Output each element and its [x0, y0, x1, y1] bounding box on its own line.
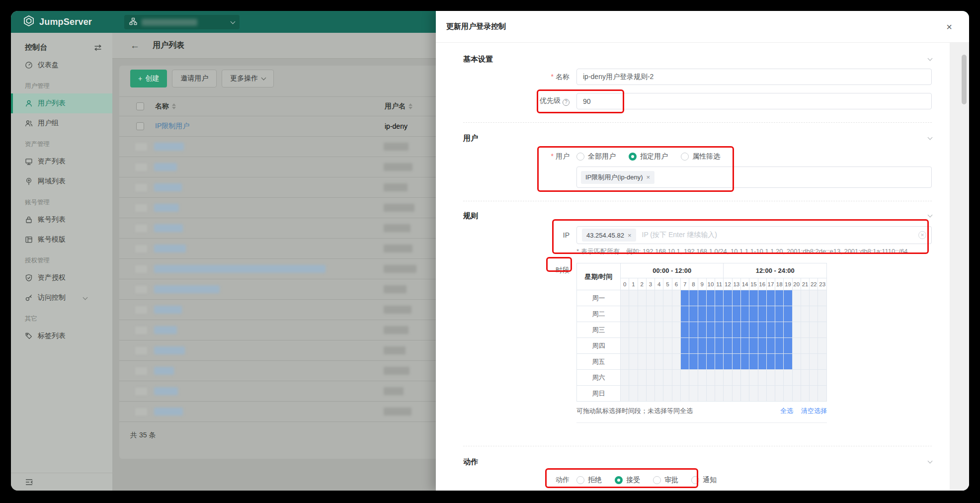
grid-cell[interactable]: [732, 290, 740, 306]
grid-cell[interactable]: [715, 354, 724, 370]
grid-cell[interactable]: [758, 338, 766, 354]
grid-cell[interactable]: [775, 338, 784, 354]
sort-icon[interactable]: [408, 103, 412, 109]
users-radio-option[interactable]: 全部用户: [576, 152, 616, 161]
grid-cell[interactable]: [698, 338, 706, 354]
grid-cell[interactable]: [663, 354, 672, 370]
grid-cell[interactable]: [784, 338, 792, 354]
grid-cell[interactable]: [818, 306, 827, 322]
grid-cell[interactable]: [629, 370, 638, 386]
grid-cell[interactable]: [792, 354, 801, 370]
grid-cell[interactable]: [680, 370, 689, 386]
grid-cell[interactable]: [810, 354, 818, 370]
grid-cell[interactable]: [775, 290, 784, 306]
grid-cell[interactable]: [655, 290, 663, 306]
grid-cell[interactable]: [663, 338, 672, 354]
grid-cell[interactable]: [732, 338, 740, 354]
grid-cell[interactable]: [818, 338, 827, 354]
grid-cell[interactable]: [724, 370, 732, 386]
grid-cell[interactable]: [749, 354, 758, 370]
grid-cell[interactable]: [792, 322, 801, 338]
collapse-section-icon[interactable]: [928, 459, 933, 464]
grid-cell[interactable]: [724, 354, 732, 370]
grid-cell[interactable]: [706, 290, 715, 306]
grid-cell[interactable]: [715, 338, 724, 354]
grid-cell[interactable]: [724, 290, 732, 306]
grid-cell[interactable]: [698, 306, 706, 322]
grid-cell[interactable]: [621, 370, 629, 386]
grid-cell[interactable]: [775, 386, 784, 402]
grid-cell[interactable]: [732, 306, 740, 322]
users-radio-option[interactable]: 属性筛选: [681, 152, 720, 161]
grid-cell[interactable]: [810, 306, 818, 322]
grid-cell[interactable]: [706, 322, 715, 338]
grid-cell[interactable]: [680, 290, 689, 306]
grid-cell[interactable]: [818, 354, 827, 370]
grid-cell[interactable]: [784, 322, 792, 338]
grid-cell[interactable]: [740, 386, 749, 402]
grid-cell[interactable]: [638, 370, 646, 386]
user-name-link[interactable]: IP限制用户: [155, 122, 189, 131]
grid-cell[interactable]: [655, 370, 663, 386]
grid-cell[interactable]: [706, 354, 715, 370]
grid-cell[interactable]: [663, 370, 672, 386]
grid-cell[interactable]: [638, 290, 646, 306]
grid-cell[interactable]: [758, 322, 766, 338]
action-radio-option[interactable]: 审批: [653, 476, 678, 485]
grid-cell[interactable]: [663, 322, 672, 338]
grid-cell[interactable]: [655, 386, 663, 402]
grid-cell[interactable]: [715, 306, 724, 322]
collapse-section-icon[interactable]: [928, 56, 933, 61]
grid-cell[interactable]: [801, 354, 809, 370]
grid-cell[interactable]: [810, 386, 818, 402]
grid-cell[interactable]: [766, 306, 775, 322]
sidebar-item-shield[interactable]: 资产授权: [11, 268, 112, 288]
grid-cell[interactable]: [689, 354, 698, 370]
grid-cell[interactable]: [638, 322, 646, 338]
grid-cell[interactable]: [749, 290, 758, 306]
grid-cell[interactable]: [638, 386, 646, 402]
grid-cell[interactable]: [724, 386, 732, 402]
action-radio-option[interactable]: 拒绝: [576, 476, 602, 485]
grid-cell[interactable]: [655, 354, 663, 370]
collapse-sidebar-icon[interactable]: [25, 478, 33, 486]
grid-cell[interactable]: [715, 386, 724, 402]
grid-cell[interactable]: [663, 306, 672, 322]
sidebar-item-tag[interactable]: 标签列表: [11, 326, 112, 346]
sidebar-item-key[interactable]: 访问控制: [11, 288, 112, 308]
grid-cell[interactable]: [655, 322, 663, 338]
grid-cell[interactable]: [724, 306, 732, 322]
grid-cell[interactable]: [766, 354, 775, 370]
grid-cell[interactable]: [810, 338, 818, 354]
grid-cell[interactable]: [698, 290, 706, 306]
grid-cell[interactable]: [724, 338, 732, 354]
back-arrow-icon[interactable]: ←: [130, 40, 140, 51]
grid-cell[interactable]: [740, 338, 749, 354]
grid-cell[interactable]: [663, 386, 672, 402]
grid-cell[interactable]: [629, 386, 638, 402]
scrollbar-track[interactable]: [950, 43, 969, 491]
grid-cell[interactable]: [740, 322, 749, 338]
grid-cell[interactable]: [784, 306, 792, 322]
grid-cell[interactable]: [672, 338, 680, 354]
remove-chip-icon[interactable]: ×: [647, 173, 651, 181]
grid-cell[interactable]: [715, 290, 724, 306]
grid-cell[interactable]: [706, 370, 715, 386]
grid-cell[interactable]: [672, 370, 680, 386]
grid-cell[interactable]: [801, 370, 809, 386]
grid-cell[interactable]: [792, 370, 801, 386]
grid-cell[interactable]: [784, 290, 792, 306]
grid-cell[interactable]: [732, 386, 740, 402]
grid-cell[interactable]: [766, 290, 775, 306]
grid-cell[interactable]: [621, 386, 629, 402]
grid-cell[interactable]: [784, 370, 792, 386]
clear-input-icon[interactable]: ✕: [918, 231, 926, 239]
grid-cell[interactable]: [689, 386, 698, 402]
close-icon[interactable]: ×: [946, 22, 952, 32]
grid-cell[interactable]: [810, 322, 818, 338]
grid-cell[interactable]: [680, 322, 689, 338]
grid-cell[interactable]: [775, 370, 784, 386]
grid-cell[interactable]: [801, 322, 809, 338]
grid-cell[interactable]: [638, 306, 646, 322]
grid-cell[interactable]: [698, 386, 706, 402]
